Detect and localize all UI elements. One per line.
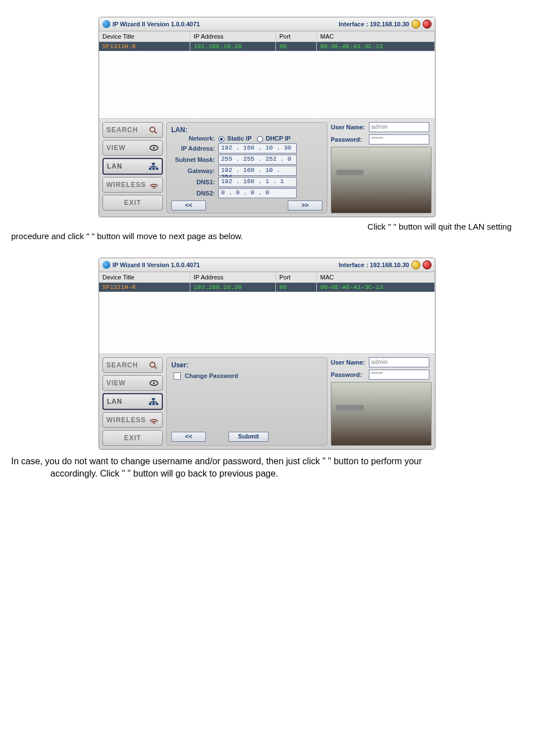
password-input[interactable]: *****: [369, 134, 429, 144]
exit-button[interactable]: EXIT: [102, 430, 163, 446]
gateway-label: Gateway:: [171, 167, 218, 174]
svg-rect-8: [152, 168, 154, 170]
search-button[interactable]: SEARCH: [102, 122, 163, 138]
dns1-label: DNS1:: [171, 179, 218, 185]
svg-point-0: [150, 127, 155, 132]
submit-button[interactable]: Submit: [228, 432, 269, 442]
username-label: User Name:: [331, 124, 369, 130]
username-input[interactable]: admin: [369, 122, 429, 132]
footer-line-2: accordingly. Click " " button will go ba…: [11, 468, 512, 480]
dns2-input[interactable]: 0 . 0 . 0 . 0: [218, 188, 297, 198]
app-icon: [102, 20, 110, 28]
static-ip-label: Static IP: [227, 135, 251, 142]
dhcp-ip-label: DHCP IP: [266, 135, 291, 142]
cell-mac: 00-0E-AE-A1-3C-13: [317, 282, 435, 292]
username-label: User Name:: [331, 359, 369, 366]
next-button[interactable]: >>: [288, 200, 322, 211]
cell-ip: 192.168.10.30: [190, 282, 276, 292]
between-paragraph: Click " " button will quit the LAN setti…: [11, 222, 523, 241]
credentials-panel: User Name: admin Password: *****: [331, 357, 432, 446]
titlebar: IP Wizard II Version 1.0.0.4071 Interfac…: [99, 258, 435, 272]
eye-icon: [149, 379, 159, 387]
svg-rect-4: [152, 163, 154, 165]
device-list-empty: [99, 292, 435, 354]
col-port: Port: [276, 31, 317, 41]
device-row[interactable]: SF1311H-R 192.168.10.30 80 00-0E-AE-A1-3…: [99, 283, 435, 292]
col-mac: MAC: [317, 272, 435, 282]
search-button[interactable]: SEARCH: [102, 357, 163, 373]
dns2-label: DNS2:: [171, 190, 218, 197]
interface-label: Interface : 192.168.10.30: [339, 262, 409, 268]
lan-button[interactable]: LAN: [102, 393, 163, 410]
nav-column: SEARCH VIEW LAN: [102, 122, 163, 213]
cell-ip: 192.168.10.30: [190, 41, 276, 52]
wireless-button[interactable]: WIRELESS: [102, 412, 163, 428]
minimize-icon[interactable]: [411, 260, 420, 269]
lan-heading: LAN:: [171, 126, 322, 134]
network-icon: [148, 162, 158, 170]
wifi-icon: [149, 181, 159, 189]
col-ip: IP Address: [190, 272, 276, 282]
col-device-title: Device Title: [99, 272, 190, 282]
view-button[interactable]: VIEW: [102, 140, 163, 156]
svg-line-1: [154, 132, 157, 134]
cell-port: 80: [276, 41, 317, 52]
ip-address-input[interactable]: 192 . 168 . 10 . 30: [218, 143, 297, 153]
static-ip-radio[interactable]: [218, 136, 224, 142]
footer-line-1: In case, you do not want to change usern…: [11, 455, 512, 468]
device-table-header: Device Title IP Address Port MAC: [99, 31, 435, 42]
app-title: IP Wizard II Version 1.0.0.4071: [113, 262, 200, 268]
svg-rect-20: [156, 403, 158, 405]
svg-point-10: [153, 188, 155, 189]
svg-rect-15: [152, 398, 154, 400]
change-password-checkbox[interactable]: [174, 372, 181, 380]
lan-settings-panel: LAN: Network: Static IP DHCP IP IP Addre…: [166, 122, 327, 213]
close-icon[interactable]: [423, 260, 432, 269]
lan-button[interactable]: LAN: [102, 158, 163, 175]
dhcp-ip-radio[interactable]: [257, 136, 263, 142]
svg-point-3: [153, 147, 155, 149]
between-line-1: Click " " button will quit the LAN setti…: [11, 222, 512, 231]
prev-button[interactable]: <<: [171, 432, 206, 442]
app-title: IP Wizard II Version 1.0.0.4071: [113, 21, 200, 27]
wireless-button[interactable]: WIRELESS: [102, 177, 163, 193]
network-icon: [148, 398, 158, 405]
subnet-mask-label: Subnet Mask:: [171, 156, 218, 163]
ip-address-label: IP Address:: [171, 145, 218, 152]
close-icon[interactable]: [423, 20, 432, 29]
magnifier-icon: [149, 126, 159, 134]
wizard-window-user: IP Wizard II Version 1.0.0.4071 Interfac…: [99, 258, 435, 450]
credentials-panel: User Name: admin Password: *****: [331, 122, 432, 213]
device-list-empty: [99, 51, 435, 119]
device-row[interactable]: SF1311H-R 192.168.10.30 80 00-0E-AE-A1-3…: [99, 42, 435, 51]
subnet-mask-input[interactable]: 255 . 255 . 252 . 0: [218, 155, 297, 165]
password-input[interactable]: *****: [369, 370, 429, 380]
username-input[interactable]: admin: [369, 357, 429, 367]
between-line-2: procedure and click " " button will move…: [11, 231, 523, 241]
exit-button[interactable]: EXIT: [102, 195, 163, 211]
nav-column: SEARCH VIEW LAN: [102, 357, 163, 446]
change-password-label: Change Password: [185, 372, 238, 379]
camera-preview: [331, 382, 432, 446]
svg-point-14: [153, 382, 155, 384]
titlebar: IP Wizard II Version 1.0.0.4071 Interfac…: [99, 17, 435, 31]
view-button[interactable]: VIEW: [102, 375, 163, 391]
interface-label: Interface : 192.168.10.30: [339, 21, 409, 27]
col-device-title: Device Title: [99, 31, 190, 41]
network-label: Network:: [171, 135, 218, 142]
magnifier-icon: [149, 361, 159, 369]
col-mac: MAC: [317, 31, 435, 41]
wifi-icon: [149, 416, 159, 424]
prev-button[interactable]: <<: [171, 200, 206, 211]
wizard-window-lan: IP Wizard II Version 1.0.0.4071 Interfac…: [99, 17, 435, 217]
dns1-input[interactable]: 192 . 168 . 1 . 1: [218, 177, 297, 187]
svg-line-12: [154, 366, 157, 368]
gateway-input[interactable]: 192 . 168 . 10 . 254: [218, 166, 297, 176]
password-label: Password:: [331, 371, 369, 378]
col-ip: IP Address: [190, 31, 276, 41]
minimize-icon[interactable]: [411, 20, 420, 29]
user-heading: User:: [171, 361, 322, 369]
svg-point-11: [150, 362, 155, 367]
svg-rect-9: [156, 168, 158, 170]
camera-preview: [331, 147, 432, 213]
